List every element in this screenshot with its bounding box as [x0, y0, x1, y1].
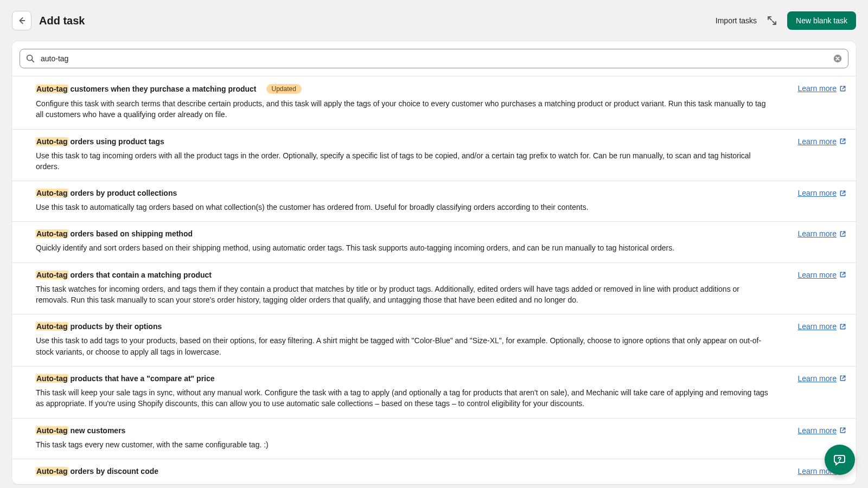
- learn-more-label: Learn more: [797, 137, 837, 146]
- task-row[interactable]: Auto-tag orders based on shipping method…: [12, 221, 856, 262]
- learn-more-label: Learn more: [797, 426, 837, 435]
- task-row[interactable]: Auto-tag new customersLearn moreThis tas…: [12, 418, 856, 459]
- learn-more-link[interactable]: Learn more: [797, 271, 846, 279]
- learn-more-link[interactable]: Learn more: [797, 426, 846, 435]
- task-title-rest: products by their options: [68, 322, 162, 331]
- learn-more-link[interactable]: Learn more: [797, 374, 846, 383]
- learn-more-link[interactable]: Learn more: [797, 322, 846, 331]
- task-row[interactable]: Auto-tag customers when they purchase a …: [12, 76, 856, 129]
- learn-more-label: Learn more: [797, 322, 837, 331]
- task-title: Auto-tag orders by discount code: [36, 467, 158, 476]
- task-description: Quickly identify and sort orders based o…: [36, 242, 774, 253]
- task-description: Use this task to automatically tag order…: [36, 202, 774, 213]
- task-list: Auto-tag customers when they purchase a …: [12, 76, 856, 484]
- task-title: Auto-tag orders using product tags: [36, 137, 164, 146]
- page-header: Add task Import tasks New blank task: [0, 0, 868, 41]
- task-head: Auto-tag orders based on shipping method…: [36, 229, 846, 238]
- task-head: Auto-tag orders by product collectionsLe…: [36, 189, 846, 197]
- external-link-icon: [839, 323, 846, 330]
- search-highlight: Auto-tag: [36, 229, 68, 238]
- expand-icon: [767, 15, 777, 26]
- task-description: Configure this task with search terms th…: [36, 98, 774, 120]
- fullscreen-button[interactable]: [767, 15, 777, 26]
- external-link-icon: [839, 230, 846, 237]
- search-highlight: Auto-tag: [36, 271, 68, 279]
- task-title-rest: new customers: [68, 426, 126, 435]
- chat-widget-button[interactable]: [825, 445, 855, 475]
- learn-more-link[interactable]: Learn more: [797, 189, 846, 197]
- back-button[interactable]: [12, 11, 31, 30]
- learn-more-link[interactable]: Learn more: [797, 84, 846, 93]
- task-title-rest: orders by product collections: [68, 189, 177, 197]
- task-title: Auto-tag customers when they purchase a …: [36, 84, 302, 94]
- task-title-rest: customers when they purchase a matching …: [68, 85, 257, 93]
- task-row[interactable]: Auto-tag orders by discount codeLearn mo…: [12, 459, 856, 484]
- search-wrap: [12, 41, 856, 76]
- task-title: Auto-tag orders that contain a matching …: [36, 271, 212, 279]
- search-field[interactable]: [20, 49, 848, 68]
- search-highlight: Auto-tag: [36, 137, 68, 146]
- task-head: Auto-tag new customersLearn more: [36, 426, 846, 435]
- new-blank-task-button[interactable]: New blank task: [787, 11, 856, 30]
- search-highlight: Auto-tag: [36, 374, 68, 383]
- header-left: Add task: [12, 11, 85, 30]
- external-link-icon: [839, 85, 846, 92]
- external-link-icon: [839, 375, 846, 382]
- learn-more-link[interactable]: Learn more: [797, 137, 846, 146]
- svg-point-2: [839, 461, 840, 462]
- task-head: Auto-tag orders that contain a matching …: [36, 271, 846, 279]
- learn-more-label: Learn more: [797, 84, 837, 93]
- task-row[interactable]: Auto-tag orders using product tagsLearn …: [12, 129, 856, 181]
- task-title: Auto-tag orders based on shipping method: [36, 229, 193, 238]
- external-link-icon: [839, 190, 846, 197]
- task-head: Auto-tag products by their optionsLearn …: [36, 322, 846, 331]
- task-description: Use this task to tag incoming orders wit…: [36, 150, 774, 172]
- learn-more-label: Learn more: [797, 189, 837, 197]
- task-description: This task watches for incoming orders, a…: [36, 284, 774, 306]
- close-circle-icon: [833, 54, 843, 63]
- learn-more-label: Learn more: [797, 271, 837, 279]
- task-head: Auto-tag customers when they purchase a …: [36, 84, 846, 94]
- task-description: This task will keep your sale tags in sy…: [36, 387, 774, 409]
- learn-more-label: Learn more: [797, 374, 837, 383]
- task-head: Auto-tag orders using product tagsLearn …: [36, 137, 846, 146]
- task-title-rest: orders by discount code: [68, 467, 158, 476]
- task-description: This task tags every new customer, with …: [36, 439, 774, 450]
- search-highlight: Auto-tag: [36, 85, 68, 93]
- task-title-rest: products that have a "compare at" price: [68, 374, 215, 383]
- search-highlight: Auto-tag: [36, 322, 68, 331]
- task-title: Auto-tag products by their options: [36, 322, 162, 331]
- task-row[interactable]: Auto-tag orders by product collectionsLe…: [12, 181, 856, 221]
- learn-more-link[interactable]: Learn more: [797, 229, 846, 238]
- task-title-rest: orders based on shipping method: [68, 229, 193, 238]
- task-head: Auto-tag orders by discount codeLearn mo…: [36, 467, 846, 476]
- chat-help-icon: [832, 452, 847, 467]
- task-title: Auto-tag orders by product collections: [36, 189, 177, 197]
- learn-more-label: Learn more: [797, 229, 837, 238]
- task-title-rest: orders using product tags: [68, 137, 164, 146]
- task-row[interactable]: Auto-tag orders that contain a matching …: [12, 262, 856, 314]
- search-input[interactable]: [41, 54, 827, 63]
- search-highlight: Auto-tag: [36, 189, 68, 197]
- search-highlight: Auto-tag: [36, 467, 68, 476]
- external-link-icon: [839, 427, 846, 434]
- import-tasks-link[interactable]: Import tasks: [716, 16, 757, 25]
- arrow-left-icon: [17, 16, 27, 25]
- task-library-card: Auto-tag customers when they purchase a …: [12, 41, 856, 484]
- clear-search-button[interactable]: [833, 54, 843, 63]
- task-title: Auto-tag new customers: [36, 426, 125, 435]
- updated-badge: Updated: [266, 84, 302, 94]
- task-title: Auto-tag products that have a "compare a…: [36, 374, 215, 383]
- task-title-rest: orders that contain a matching product: [68, 271, 212, 279]
- task-description: Use this task to add tags to your produc…: [36, 335, 774, 357]
- task-row[interactable]: Auto-tag products by their optionsLearn …: [12, 314, 856, 366]
- external-link-icon: [839, 271, 846, 278]
- search-icon: [25, 54, 35, 63]
- task-row[interactable]: Auto-tag products that have a "compare a…: [12, 366, 856, 418]
- external-link-icon: [839, 138, 846, 145]
- page-title: Add task: [39, 15, 85, 27]
- search-highlight: Auto-tag: [36, 426, 68, 435]
- task-head: Auto-tag products that have a "compare a…: [36, 374, 846, 383]
- header-right: Import tasks New blank task: [716, 11, 856, 30]
